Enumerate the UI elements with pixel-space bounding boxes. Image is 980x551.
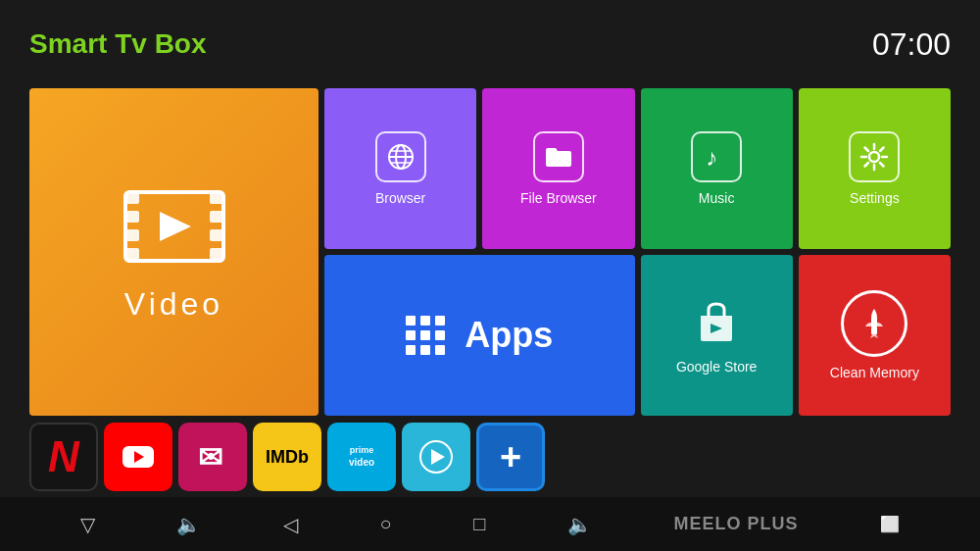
svg-text:♪: ♪ [706,144,717,171]
video-label: Video [124,286,223,323]
cleanmemory-label: Clean Memory [830,365,919,380]
nav-back-icon[interactable]: ◁ [283,513,298,536]
svg-line-22 [880,163,884,167]
nav-menu-icon[interactable]: □ [473,513,485,535]
settings-icon-wrap [849,131,900,182]
browser-icon-wrap [375,131,426,182]
svg-rect-26 [871,326,877,334]
filebrowser-icon-wrap [533,131,584,182]
googlestore-label: Google Store [676,359,758,375]
netflix-shortcut[interactable]: N [29,423,98,491]
youtube-icon [121,439,156,475]
rocket-icon-circle [841,290,907,357]
svg-line-23 [880,148,884,152]
app-grid: Browser File Browser ♪ Music [324,88,951,416]
player-shortcut[interactable] [402,423,470,491]
apps-tile[interactable]: Apps [324,255,635,416]
add-shortcut[interactable]: + [476,423,545,491]
filebrowser-tile[interactable]: File Browser [482,88,634,249]
music-icon: ♪ [702,142,731,172]
gear-icon [859,142,889,172]
settings-tile[interactable]: Settings [799,88,951,249]
globe-icon [386,142,416,172]
prime-label: prime [350,446,374,456]
shortcuts-bar: N ✉ IMDb prime video [29,422,951,492]
svg-rect-7 [210,229,223,241]
svg-rect-4 [125,248,139,260]
music-icon-wrap: ♪ [691,131,742,182]
svg-rect-1 [125,192,139,204]
youtube-shortcut[interactable] [104,423,172,491]
clock-display: 07:00 [872,26,951,63]
content-area: Video Browser [29,88,951,416]
prime-shortcut[interactable]: prime video [327,423,396,491]
logo-tv: Tv [115,28,147,59]
rocket-icon [856,305,893,342]
store-icon [691,296,742,351]
cleanmemory-tile[interactable]: Clean Memory [799,255,951,416]
music-label: Music [699,190,735,206]
player-icon [417,438,455,476]
main-content: Video Browser [29,88,951,492]
netflix-icon: N [48,432,79,481]
imdb-label: IMDb [266,447,309,468]
svg-marker-31 [431,449,445,465]
nav-camera-icon[interactable]: ⬜ [880,515,900,533]
svg-line-21 [865,148,869,152]
browser-label: Browser [375,190,425,206]
nav-down-icon[interactable]: ▽ [80,513,95,536]
header: Smart Tv Box 07:00 [0,0,980,88]
settings-label: Settings [850,190,900,206]
svg-rect-3 [125,229,139,241]
add-icon: + [500,438,521,476]
music-tile[interactable]: ♪ Music [641,88,793,249]
browser-tile[interactable]: Browser [324,88,476,249]
logo-box: Box [155,28,207,59]
prime-video-label: video [349,457,374,468]
svg-line-24 [865,163,869,167]
imdb-shortcut[interactable]: IMDb [253,423,321,491]
svg-rect-5 [210,192,223,204]
apps-dots-icon [406,316,445,355]
nav-home-icon[interactable]: ○ [380,513,392,535]
svg-rect-6 [210,211,223,223]
app-logo: Smart Tv Box [29,28,207,60]
svg-rect-8 [210,248,223,260]
svg-point-16 [869,152,879,162]
nav-brand: MEELO PLUS [674,514,799,534]
googlestore-tile[interactable]: Google Store [641,255,793,416]
video-icon [121,182,228,271]
video-tile[interactable]: Video [29,88,318,416]
folder-icon [544,142,573,172]
svg-text:✉: ✉ [198,441,222,474]
svg-marker-9 [160,212,191,241]
apps-label: Apps [465,315,553,356]
nav-volume2-icon[interactable]: 🔈 [567,513,592,536]
svg-rect-2 [125,211,139,223]
nav-bar: ▽ 🔈 ◁ ○ □ 🔈 MEELO PLUS ⬜ [0,497,980,551]
filebrowser-label: File Browser [520,190,597,206]
logo-smart: Smart [29,28,107,59]
vudu-shortcut[interactable]: ✉ [178,423,247,491]
vudu-icon: ✉ [194,438,231,476]
nav-volume-icon[interactable]: 🔈 [176,513,201,536]
